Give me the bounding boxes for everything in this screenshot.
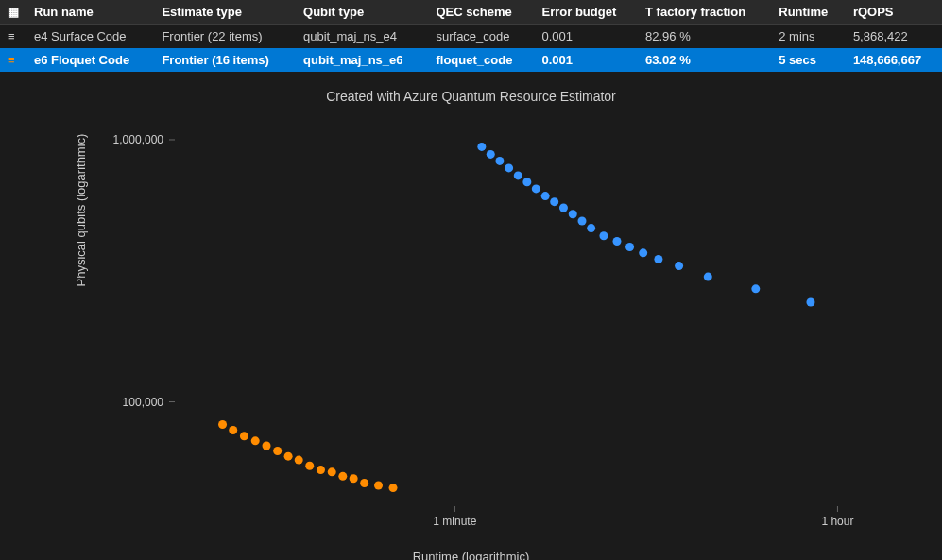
table-row[interactable]: ≡ e6 Floquet Code Frontier (16 items) qu…	[0, 48, 942, 72]
svg-point-11	[505, 163, 513, 172]
svg-point-35	[273, 447, 282, 455]
col-estimate[interactable]: Estimate type	[154, 0, 296, 25]
cell-tfactory: 63.02 %	[638, 48, 771, 72]
cell-qubit: qubit_maj_ns_e6	[296, 48, 428, 72]
cell-run-name: e4 Surface Code	[26, 25, 154, 49]
svg-point-29	[806, 298, 814, 307]
svg-point-23	[625, 243, 634, 251]
svg-point-14	[532, 184, 540, 193]
cell-estimate: Frontier (22 items)	[154, 25, 296, 49]
cell-rqops: 148,666,667	[846, 48, 942, 72]
cell-runtime: 5 secs	[771, 48, 846, 72]
svg-point-34	[263, 442, 271, 450]
svg-point-40	[328, 467, 336, 476]
svg-point-27	[704, 273, 712, 281]
svg-point-33	[251, 436, 260, 445]
svg-point-25	[654, 255, 662, 263]
svg-point-32	[240, 432, 248, 440]
col-qubit[interactable]: Qubit type	[296, 0, 428, 25]
svg-point-45	[389, 484, 398, 492]
cell-qec: floquet_code	[428, 48, 534, 72]
svg-point-28	[751, 284, 760, 293]
svg-text:1 minute: 1 minute	[433, 515, 476, 528]
col-rqops[interactable]: rQOPS	[846, 0, 942, 25]
row-marker-icon: ≡	[0, 25, 26, 49]
col-qec[interactable]: QEC scheme	[428, 0, 534, 25]
svg-point-21	[599, 231, 608, 240]
cell-qubit: qubit_maj_ns_e4	[296, 25, 428, 49]
svg-point-39	[317, 466, 325, 474]
table-header-row: ▦ Run name Estimate type Qubit type QEC …	[0, 0, 942, 25]
cell-runtime: 2 mins	[771, 25, 846, 49]
svg-point-18	[569, 210, 577, 218]
row-marker-icon: ≡	[0, 48, 26, 72]
svg-point-30	[218, 420, 227, 429]
grid-icon[interactable]: ▦	[0, 0, 26, 25]
svg-point-8	[477, 143, 486, 151]
cell-run-name: e6 Floquet Code	[26, 48, 154, 72]
svg-point-10	[495, 157, 504, 165]
svg-point-36	[284, 452, 293, 461]
cell-estimate: Frontier (16 items)	[154, 48, 296, 72]
svg-point-9	[487, 150, 495, 159]
cell-qec: surface_code	[428, 25, 534, 49]
svg-point-13	[522, 178, 531, 186]
results-table: ▦ Run name Estimate type Qubit type QEC …	[0, 0, 942, 72]
svg-point-22	[612, 237, 621, 246]
svg-point-17	[559, 204, 568, 212]
svg-point-37	[295, 456, 303, 465]
svg-point-19	[578, 216, 587, 225]
svg-point-41	[338, 472, 347, 481]
col-runtime[interactable]: Runtime	[771, 0, 846, 25]
table-row[interactable]: ≡ e4 Surface Code Frontier (22 items) qu…	[0, 25, 942, 49]
svg-point-43	[360, 479, 368, 487]
cell-error: 0.001	[535, 25, 639, 49]
col-tfactory[interactable]: T factory fraction	[638, 0, 771, 25]
cell-rqops: 5,868,422	[846, 25, 942, 49]
svg-point-42	[350, 474, 358, 483]
svg-point-12	[514, 171, 522, 179]
col-run-name[interactable]: Run name	[26, 0, 154, 25]
svg-text:100,000: 100,000	[123, 396, 164, 409]
svg-point-15	[541, 192, 550, 200]
cell-error: 0.001	[535, 48, 639, 72]
svg-text:1 hour: 1 hour	[821, 515, 853, 528]
scatter-plot[interactable]: 100,0001,000,0001 minute1 hour	[0, 72, 942, 560]
svg-point-44	[374, 482, 383, 490]
svg-point-24	[639, 248, 647, 257]
chart-area: Created with Azure Quantum Resource Esti…	[0, 72, 942, 560]
cell-tfactory: 82.96 %	[638, 25, 771, 49]
svg-text:1,000,000: 1,000,000	[113, 133, 164, 146]
svg-point-16	[550, 197, 558, 206]
svg-point-26	[675, 262, 683, 270]
svg-point-31	[229, 426, 237, 434]
col-error[interactable]: Error budget	[535, 0, 639, 25]
svg-point-38	[305, 462, 314, 470]
svg-point-20	[587, 224, 595, 232]
